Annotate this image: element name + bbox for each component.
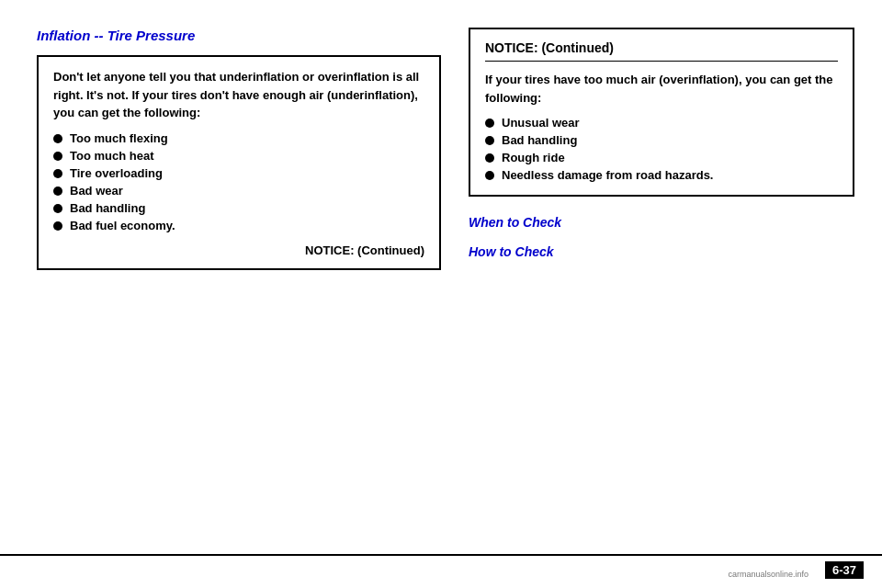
site-label: carmanualsonline.info xyxy=(728,570,808,579)
bullet-icon xyxy=(53,169,62,178)
page-number: 6-37 xyxy=(825,561,864,579)
list-item: Too much heat xyxy=(53,147,424,164)
notice-box-right: NOTICE: (Continued) If your tires have t… xyxy=(469,28,854,197)
list-item: Bad handling xyxy=(53,199,424,217)
list-item: Tire overloading xyxy=(53,164,424,182)
when-to-check-heading: When to Check xyxy=(469,215,854,230)
list-item: Unusual wear xyxy=(485,114,838,131)
bullet-icon xyxy=(485,171,494,180)
list-item: Too much flexing xyxy=(53,130,424,147)
bullet-icon xyxy=(53,204,62,213)
bullet-icon xyxy=(53,221,62,231)
page-container: Inflation -- Tire Pressure Don't let any… xyxy=(0,0,882,588)
list-item: Bad fuel economy. xyxy=(53,217,424,234)
list-item: Bad handling xyxy=(485,131,838,149)
notice-intro-text: Don't let anyone tell you that underinfl… xyxy=(53,68,424,122)
list-item: Needless damage from road hazards. xyxy=(485,166,838,184)
underinflation-list: Too much flexing Too much heat Tire over… xyxy=(53,130,424,234)
notice-box-left: Don't let anyone tell you that underinfl… xyxy=(37,55,441,270)
how-to-check-heading: How to Check xyxy=(469,244,854,259)
bottom-line xyxy=(0,554,882,556)
notice-continued-label: NOTICE: (Continued) xyxy=(53,243,424,257)
bullet-icon xyxy=(485,153,494,163)
bullet-icon xyxy=(485,119,494,128)
overinflation-list: Unusual wear Bad handling Rough ride Nee… xyxy=(485,114,838,184)
left-column: Don't let anyone tell you that underinfl… xyxy=(37,55,441,270)
bullet-icon xyxy=(53,134,62,143)
bullet-icon xyxy=(53,187,62,196)
overinflation-intro: If your tires have too much air (overinf… xyxy=(485,71,838,107)
notice-continued-header: NOTICE: (Continued) xyxy=(485,40,838,62)
list-item: Rough ride xyxy=(485,149,838,166)
list-item: Bad wear xyxy=(53,182,424,199)
bullet-icon xyxy=(485,136,494,145)
bullet-icon xyxy=(53,152,62,161)
right-column: NOTICE: (Continued) If your tires have t… xyxy=(469,28,854,266)
